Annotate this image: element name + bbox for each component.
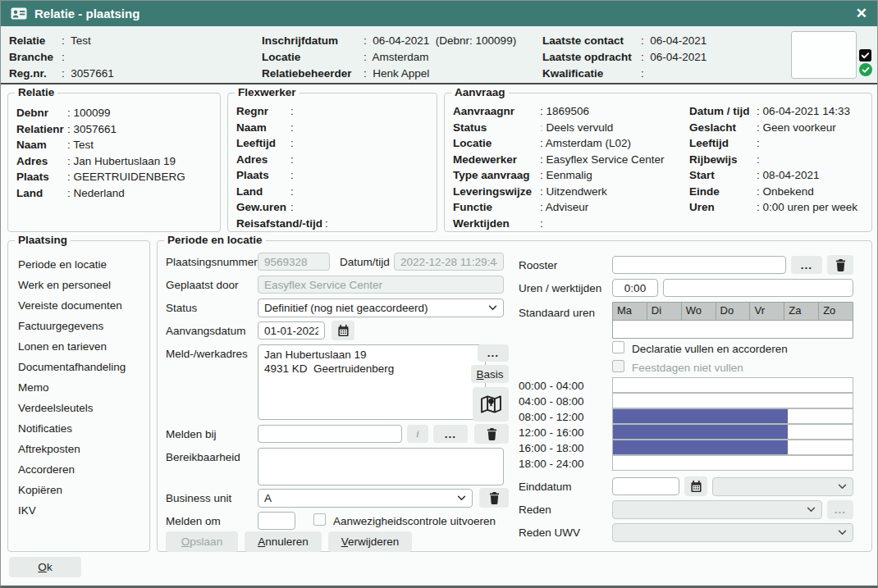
rooster-input[interactable]: [612, 256, 786, 274]
rooster-label: Rooster: [519, 259, 557, 272]
werktijden-input[interactable]: [663, 279, 853, 297]
schedule-row[interactable]: [612, 377, 853, 393]
checked-checkbox-icon[interactable]: [859, 49, 871, 62]
aanvraag-left-column: Aanvraagnr1869506 StatusDeels vervuld Lo…: [453, 103, 665, 231]
business-unit-select[interactable]: A: [258, 489, 473, 508]
aanvraag-panel: Aanvraag Aanvraagnr1869506 StatusDeels v…: [444, 93, 872, 232]
meld-werkadres-textarea[interactable]: Jan Hubertuslaan 19 4931 KD Geertruidenb…: [258, 344, 486, 420]
relatie-legend: Relatie: [15, 86, 57, 98]
einddatum-label: Einddatum: [519, 481, 572, 494]
meld-werkadres-label: Meld-/werkadres: [166, 348, 248, 361]
timeslot-label: 18:00 - 24:00: [519, 458, 584, 471]
schedule-bar: [613, 409, 788, 423]
sidebar-item-vereiste-documenten[interactable]: Vereiste documenten: [8, 295, 149, 316]
melden-bij-more-icon[interactable]: ...: [433, 425, 468, 443]
day-header-row: MaDiWoDoVrZaZo: [613, 303, 853, 320]
schedule-bar: [613, 440, 788, 454]
plaatsingsnummer-input: [258, 253, 330, 271]
title-bar: Relatie - plaatsing ✕: [1, 1, 877, 26]
reden-uwv-label: Reden UWV: [519, 526, 580, 540]
info-icon[interactable]: i: [407, 425, 428, 443]
aanwezigheidscontrole-label: Aanwezigheidscontrole uitvoeren: [333, 515, 496, 528]
schedule-row[interactable]: [612, 440, 853, 455]
business-unit-trash-icon[interactable]: [479, 488, 509, 508]
close-icon[interactable]: ✕: [856, 7, 867, 21]
aanvraag-right-column: Datum / tijd06-04-2021 14:33 GeslachtGee…: [689, 103, 857, 216]
schedule-row[interactable]: [612, 424, 853, 440]
melden-bij-trash-icon[interactable]: [474, 424, 509, 444]
flexwerker-panel: Flexwerker Regnr Naam Leeftijd Adres Pla…: [227, 93, 437, 232]
header-col-inschrijving: Inschrijfdatum06-04-2021 (Debnr: 100099)…: [262, 33, 516, 82]
sidebar-item-factuurgegevens[interactable]: Factuurgegevens: [8, 316, 149, 336]
sidebar-item-notificaties[interactable]: Notificaties: [8, 418, 149, 439]
aanvangsdatum-calendar-icon[interactable]: [332, 321, 354, 340]
reden-label: Reden: [519, 504, 551, 517]
uren-werktijden-label: Uren / werktijden: [519, 282, 601, 295]
status-select[interactable]: Definitief (nog niet geaccordeerd): [258, 299, 504, 317]
business-unit-label: Business unit: [166, 492, 231, 505]
schedule-row[interactable]: [612, 455, 853, 471]
map-icon[interactable]: [473, 387, 509, 422]
periode-en-locatie-legend: Periode en locatie: [164, 234, 266, 246]
melden-om-input[interactable]: [258, 512, 295, 530]
header-summary: RelatieTest Branche Reg.nr.3057661 Insch…: [1, 26, 877, 84]
sidebar-item-aftrekposten[interactable]: Aftrekposten: [8, 439, 149, 459]
reden-select: [612, 500, 822, 519]
sidebar-item-verdeelsleutels[interactable]: Verdeelsleutels: [8, 398, 149, 418]
melden-bij-input[interactable]: [258, 425, 402, 443]
periode-en-locatie-panel: Periode en locatie Plaatsingsnummer Datu…: [157, 240, 872, 552]
standaard-uren-label: Standaard uren: [519, 307, 595, 320]
annuleren-button[interactable]: Annuleren: [245, 531, 322, 552]
sidebar-item-periode-en-locatie[interactable]: Periode en locatie: [8, 254, 149, 275]
aanvraag-legend: Aanvraag: [451, 86, 509, 98]
window-title: Relatie - plaatsing: [34, 7, 139, 21]
basis-button[interactable]: Basis: [471, 365, 509, 383]
aanvangsdatum-input[interactable]: [258, 321, 325, 340]
plaatsing-sidebar: Plaatsing Periode en locatie Werk en per…: [7, 240, 150, 552]
uren-input[interactable]: [612, 279, 658, 297]
relatie-plaatsing-window: Relatie - plaatsing ✕ RelatieTest Branch…: [0, 0, 878, 588]
declaratie-checkbox[interactable]: [612, 341, 624, 353]
aanwezigheidscontrole-checkbox[interactable]: [313, 513, 326, 526]
schedule-row[interactable]: [612, 408, 853, 424]
chevron-down-icon: [838, 484, 847, 490]
sidebar-item-memo[interactable]: Memo: [8, 377, 149, 398]
flexwerker-legend: Flexwerker: [235, 86, 300, 98]
declaratie-label: Declaratie vullen en accorderen: [632, 343, 788, 356]
meld-werkadres-more-icon[interactable]: ...: [478, 344, 509, 362]
chevron-down-icon: [807, 507, 816, 513]
rooster-more-icon[interactable]: ...: [791, 256, 822, 274]
melden-om-label: Melden om: [166, 515, 221, 528]
timeslot-label: 04:00 - 08:00: [519, 395, 584, 408]
einddatum-input[interactable]: [612, 477, 679, 495]
sidebar-item-werk-en-personeel[interactable]: Werk en personeel: [8, 275, 149, 295]
sidebar-item-accorderen[interactable]: Accorderen: [8, 459, 149, 480]
sidebar-item-lonen-en-tarieven[interactable]: Lonen en tarieven: [8, 336, 149, 357]
aanvangsdatum-label: Aanvangsdatum: [166, 325, 246, 338]
relatie-panel: Relatie Debnr100099 Relatienr3057661 Naa…: [7, 93, 221, 232]
reden-more-icon: ...: [827, 500, 853, 519]
schedule-row[interactable]: [612, 393, 853, 408]
header-col-relatie: RelatieTest Branche Reg.nr.3057661: [9, 33, 114, 82]
timeslot-label: 16:00 - 18:00: [519, 442, 584, 455]
rooster-trash-icon[interactable]: [827, 255, 853, 275]
contact-card-icon: [11, 7, 27, 20]
melden-bij-label: Melden bij: [166, 428, 217, 441]
bereikbaarheid-label: Bereikbaarheid: [166, 451, 240, 464]
standaard-uren-value-row[interactable]: [613, 320, 853, 338]
status-label: Status: [166, 302, 197, 315]
chevron-down-icon: [838, 530, 847, 536]
sidebar-item-kopieren[interactable]: Kopiëren: [8, 480, 149, 500]
einddatum-calendar-icon[interactable]: [684, 476, 707, 496]
feestdagen-checkbox: [612, 360, 624, 372]
timeslot-label: 00:00 - 04:00: [519, 380, 584, 393]
photo-placeholder: [791, 31, 857, 79]
verwijderen-button[interactable]: Verwijderen: [328, 531, 412, 552]
bereikbaarheid-textarea[interactable]: [258, 448, 504, 485]
plaatsing-legend: Plaatsing: [15, 234, 71, 246]
ok-button[interactable]: Ok: [9, 557, 81, 577]
sidebar-item-ikv[interactable]: IKV: [8, 500, 149, 521]
timeslot-label: 08:00 - 12:00: [519, 411, 584, 424]
opslaan-button: Opslaan: [166, 531, 238, 552]
sidebar-item-documentafhandeling[interactable]: Documentafhandeling: [8, 357, 149, 377]
